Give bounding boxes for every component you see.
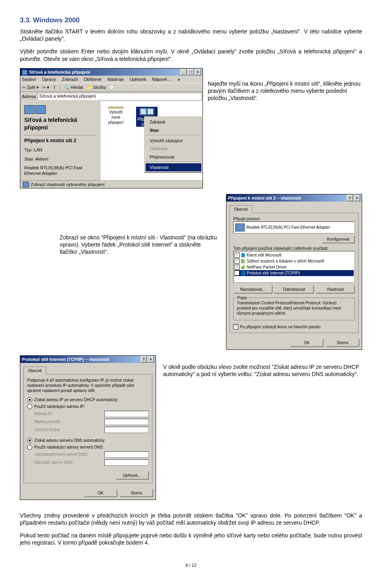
paragraph-2: Výběr potvrďte stiskem Enter nebo dvojím…: [20, 48, 362, 62]
description-text: Transmission Control Protocol/Internet P…: [237, 300, 351, 316]
radio-static-ip[interactable]: Použít následující adresu IP:: [27, 404, 149, 409]
properties-button[interactable]: Vlastnosti: [316, 285, 355, 294]
tcpip-title: Protokol sítě Internet (TCP/IP) – vlastn…: [22, 356, 109, 363]
menu-upravy[interactable]: Úpravy: [42, 77, 56, 82]
description-group: Popis Transmission Control Protocol/Inte…: [233, 298, 355, 320]
configure-button[interactable]: Konfigurovat: [322, 235, 355, 243]
back-button[interactable]: ⇦ Zpět ▾: [22, 84, 39, 90]
tcpip-dialog: Protokol sítě Internet (TCP/IP) – vlastn…: [20, 355, 156, 500]
menu-oblibene[interactable]: Oblíbené: [84, 77, 101, 82]
lan-props-title: Připojení k místní síti 2 – vlastnosti: [228, 194, 301, 202]
gw-label: Výchozí brána:: [34, 427, 61, 432]
paragraph-end-2: Pokud tento počítač na daném místě připo…: [20, 532, 362, 546]
lan-properties-dialog: Připojení k místní síti 2 – vlastnosti ?…: [226, 194, 362, 350]
cancel-button[interactable]: Storno: [326, 339, 359, 347]
network-icon: [22, 70, 27, 75]
checkbox-icon: ✓: [233, 324, 238, 329]
ok-button[interactable]: OK: [84, 489, 117, 497]
ip-label: Adresa IP:: [34, 411, 53, 416]
ctx-stav[interactable]: Stav: [146, 126, 201, 134]
dns2-label: Náhradní server DNS:: [34, 460, 73, 465]
dns1-label: Upřednostňovaný server DNS:: [34, 452, 88, 457]
side-state: Stav: Aktivní: [24, 156, 96, 162]
cancel-button[interactable]: Storno: [120, 489, 153, 497]
menu-upresnit[interactable]: Upřesnit: [130, 77, 146, 82]
paragraph-1: Stiskněte tlačítko START v levém dolním …: [20, 28, 362, 42]
radio-dhcp-ip[interactable]: Získat adresu IP ze serveru DHCP automat…: [27, 397, 149, 402]
components-label: Toto připojení používá následující zaškr…: [233, 246, 355, 251]
context-menu: Zakázat Stav Vytvořit zástupce Odstranit…: [144, 116, 203, 173]
install-button[interactable]: Nainstalovat…: [233, 285, 273, 294]
address-bar: Adresa Síťová a telefonická připojení: [20, 92, 203, 101]
menu-nastroje[interactable]: Nástroje: [107, 77, 124, 82]
radio-icon: [27, 397, 32, 402]
ctx-delete: Odstranit: [146, 145, 201, 153]
page-number: 8 / 12: [20, 563, 362, 568]
tab-general[interactable]: Obecné: [230, 205, 252, 213]
section-heading: 3.3. Windows 2000: [20, 16, 362, 25]
history-button[interactable]: 🕓: [109, 84, 115, 90]
minimize-icon[interactable]: _: [180, 69, 187, 75]
lan-props-titlebar: Připojení k místní síti 2 – vlastnosti ?…: [226, 194, 362, 202]
paragraph-end-1: Všechny změny provedené v předchozích kr…: [20, 512, 362, 526]
components-list[interactable]: ✓📘 Klient sítě Microsoft ✓📗 Sdílení soub…: [233, 251, 355, 283]
menu-soubor[interactable]: Soubor: [22, 77, 36, 82]
side-device: Realtek RTL8139(A) PCI Fast Ethernet Ada…: [24, 165, 96, 176]
radio-static-dns[interactable]: Použít následující adresy serverů DNS:: [27, 445, 149, 450]
chevron-icon[interactable]: »: [177, 77, 180, 82]
up-button[interactable]: ⇧: [53, 84, 56, 90]
ctx-shortcut[interactable]: Vytvořit zástupce: [146, 137, 201, 145]
panel-icon: [24, 105, 35, 114]
ctx-properties[interactable]: Vlastnosti: [146, 163, 201, 171]
ctx-rename[interactable]: Přejmenovat: [146, 153, 201, 161]
toolbar: ⇦ Zpět ▾ ⇨ ▾ ⇧ | 🔍 Hledat 📁 Složky 🕓: [20, 83, 203, 92]
close-icon[interactable]: ×: [354, 195, 360, 201]
show-tray-icon-checkbox[interactable]: ✓ Po připojení zobrazit ikonu na hlavním…: [233, 324, 355, 329]
dns1-input: [104, 451, 149, 458]
close-icon[interactable]: ×: [148, 356, 154, 363]
uninstall-button[interactable]: Odinstalovat: [274, 285, 314, 294]
side-panel: Síťová a telefonická připojení Připojení…: [20, 101, 100, 180]
address-input[interactable]: Síťová a telefonická připojení: [37, 93, 201, 100]
close-icon[interactable]: ×: [195, 69, 201, 75]
address-label: Adresa: [22, 94, 36, 99]
mask-label: Maska podsítě:: [34, 419, 61, 424]
tab-general[interactable]: Obecné: [23, 367, 46, 374]
device-name: Realtek RTL8139(A) PCI Fast Ethernet Ada…: [246, 225, 330, 230]
side-heading: Síťová a telefonická připojení: [24, 116, 96, 131]
status-icon: [23, 182, 29, 187]
mask-input: [104, 419, 149, 425]
search-button[interactable]: 🔍 Hledat: [64, 84, 83, 90]
ok-button[interactable]: OK: [290, 339, 324, 347]
explorer-title: Síťová a telefonická připojení: [22, 69, 90, 76]
device-box: Realtek RTL8139(A) PCI Fast Ethernet Ada…: [233, 221, 355, 233]
help-icon[interactable]: ?: [140, 356, 147, 363]
radio-dhcp-dns[interactable]: Získat adresu serveru DNS automaticky: [27, 438, 149, 443]
advanced-button[interactable]: Upřesnit…: [115, 471, 149, 480]
caption-3: V okně podle obrázku vlevo zvolte možnos…: [163, 355, 362, 378]
explorer-window: Síťová a telefonická připojení _ □ × Sou…: [20, 68, 203, 188]
connect-using-label: Připojit pomocí:: [233, 216, 355, 221]
folders-button[interactable]: 📁 Složky: [86, 84, 106, 90]
statusbar: Zobrazí vlastnosti vybraného připojení.: [20, 180, 203, 188]
radio-icon: [27, 445, 32, 450]
tcpip-intro: Podporuje-li síť automatickou konfigurac…: [27, 378, 149, 393]
icon-new-connection[interactable]: Vytvořit nové připojení: [106, 107, 126, 125]
forward-button[interactable]: ⇨ ▾: [42, 84, 49, 90]
tcpip-row[interactable]: ✓🌐 Protokol sítě Internet (TCP/IP): [234, 270, 354, 276]
maximize-icon[interactable]: □: [187, 69, 194, 75]
caption-2: Zobrazí se okno "Připojení k místní síti…: [20, 194, 219, 256]
menubar: Soubor Úpravy Zobrazit Oblíbené Nástroje…: [20, 76, 203, 83]
icon-pane[interactable]: Vytvořit nové připojení Připojení k míst…: [100, 101, 203, 180]
radio-icon: [27, 404, 32, 409]
help-icon[interactable]: ?: [347, 195, 353, 201]
tcpip-titlebar: Protokol sítě Internet (TCP/IP) – vlastn…: [20, 356, 156, 363]
side-item-name: Připojení k místní síti 2: [24, 138, 96, 144]
side-type: Typ: LAN: [24, 147, 96, 153]
caption-1: Najeďte myší na ikonu „Připojení k místn…: [208, 68, 362, 188]
explorer-titlebar: Síťová a telefonická připojení _ □ ×: [20, 69, 203, 76]
dns2-input: [104, 459, 149, 466]
ctx-disable[interactable]: Zakázat: [146, 118, 201, 126]
menu-zobrazit[interactable]: Zobrazit: [62, 77, 78, 82]
menu-napoveda[interactable]: Nápově…: [152, 77, 172, 82]
